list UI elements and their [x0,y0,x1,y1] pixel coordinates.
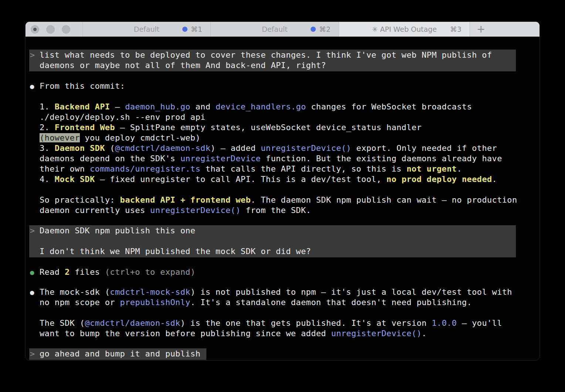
text-segment: ) is the one that gets published. It's a… [180,318,432,328]
text-segment: want to bump the version before publishi… [40,329,331,338]
text-segment: go ahead and bump it and publish [40,349,200,358]
traffic-lights [26,22,82,37]
terminal-line: (however you deploy cmdctrl-web) [40,133,517,143]
text-segment: ) — added [210,143,261,153]
terminal-line: I don't think we NPM published the mock … [40,246,311,257]
message-text: Read 2 files (ctrl+o to expand) [40,267,195,277]
tab-indicators: ⌘2 [311,25,331,33]
text-segment: Daemon SDK [55,143,105,153]
terminal-window: Default⌘1Default⌘2✳ API Web Outage⌘3 + >… [25,21,540,361]
terminal-line: So practically: backend API + frontend w… [40,195,517,205]
terminal-line: Read 2 files (ctrl+o to expand) [40,267,195,277]
text-segment: cmdctrl-mock-sdk [110,287,190,297]
terminal-line: The mock-sdk (cmdctrl-mock-sdk) is not p… [40,287,512,297]
tab-label: Default [134,25,159,33]
terminal-line: 3. Daemon SDK (@cmdctrl/daemon-sdk) — ad… [40,143,517,153]
text-segment: daemon_hub.go [125,102,190,111]
text-segment: and [190,102,216,111]
text-segment: Read [40,267,65,277]
message-text: The mock-sdk (cmdctrl-mock-sdk) is not p… [40,287,512,339]
terminal-line: 4. Mock SDK — fixed unregister to call A… [40,174,517,185]
terminal-line: 2. Frontend Web — SplitPane empty states… [40,122,517,133]
text-segment: backend API + frontend web [120,195,251,205]
terminal-line: The SDK (@cmdctrl/daemon-sdk) is the one… [40,318,512,328]
text-segment: From this commit: [40,81,125,91]
text-segment: Daemon SDK npm publish this one [40,226,195,235]
text-segment: 2 [65,267,70,277]
terminal-content: >list what needs to be deployed to cover… [26,37,539,360]
text-segment: @cmdctrl/daemon-sdk [115,143,210,153]
message-text: list what needs to be deployed to cover … [40,50,492,71]
text-segment: — you'll [457,318,502,328]
text-segment: ( [105,143,115,153]
prompt-chevron-icon: > [29,226,40,257]
text-segment: export. Only needed if other [351,143,497,153]
tab-strip: Default⌘1Default⌘2✳ API Web Outage⌘3 [82,22,470,37]
terminal-line: list what needs to be deployed to cover … [40,50,492,60]
text-segment: prepublishOnly [120,298,190,307]
text-segment: ) is not published to npm — it's just a … [190,287,512,297]
minimize-button[interactable] [46,25,55,34]
user-message-block: >Daemon SDK npm publish this one I don't… [29,225,516,257]
terminal-line [40,91,517,102]
tab-shortcut: ⌘3 [450,25,461,33]
user-message-block: >list what needs to be deployed to cover… [29,50,516,71]
tab-label: Default [262,25,287,33]
zoom-button[interactable] [62,25,70,34]
text-segment: @cmdctrl/daemon-sdk [85,318,180,328]
tab-2[interactable]: Default⌘2 [210,22,339,37]
text-segment: ./deploy/deploy.sh --env prod api [40,112,206,122]
text-segment: So practically: [40,195,120,205]
text-segment: unregisterDevice() [150,206,241,215]
close-dot-icon [33,28,37,31]
activity-dot-icon [311,27,316,32]
text-segment: device_handlers.go [216,102,306,111]
text-segment: . [422,329,427,338]
bullet-icon: ● [29,81,40,216]
terminal-line: their own commands/unregister.ts that ca… [40,164,517,174]
text-segment: Mock SDK [55,175,95,184]
message-text: Daemon SDK npm publish this one I don't … [40,226,311,257]
text-segment: The SDK ( [40,318,85,328]
text-segment: — fixed unregister to call API. This is … [95,175,387,184]
tab-3[interactable]: ✳ API Web Outage⌘3 [339,22,470,37]
assistant-message-block: ●From this commit: 1. Backend API — daem… [29,81,536,216]
new-tab-button[interactable]: + [470,24,485,34]
text-segment: . [457,164,462,173]
activity-dot-icon [182,27,187,32]
text-segment: no prod deploy needed [386,175,492,184]
message-text: go ahead and bump it and publish [40,349,200,359]
text-segment: — [110,102,125,111]
text-segment: that calls the API directly, so this is [200,164,406,173]
text-segment: list what needs to be deployed to cover … [40,50,492,60]
text-segment: files [70,267,105,277]
terminal-line: daemons depend on the SDK's unregisterDe… [40,153,517,164]
close-button[interactable] [31,25,39,34]
text-segment: 3. [40,143,55,153]
text-segment: daemons or maybe not all of them And bac… [40,61,326,70]
text-segment: . It's a standalone daemon that doesn't … [190,298,472,307]
text-segment: daemons depend on the SDK's [40,154,180,163]
terminal-line [40,236,311,246]
terminal-line: From this commit: [40,81,517,91]
tab-bar: Default⌘1Default⌘2✳ API Web Outage⌘3 + [26,22,539,37]
text-segment: no npm scope or [40,298,120,307]
tab-1[interactable]: Default⌘1 [82,22,210,37]
text-segment: (ctrl+o to expand) [105,267,196,277]
terminal-line: go ahead and bump it and publish [40,349,200,359]
assistant-message-block: ●The mock-sdk (cmdctrl-mock-sdk) is not … [29,287,536,339]
text-segment: not urgent [406,164,457,173]
assistant-message-block: ●Read 2 files (ctrl+o to expand) [29,267,536,277]
terminal-line: daemon currently uses unregisterDevice()… [40,205,517,216]
tab-shortcut: ⌘2 [319,25,331,33]
terminal-line: want to bump the version before publishi… [40,328,512,339]
text-segment: Backend API [55,102,110,111]
tab-shortcut: ⌘1 [191,25,202,33]
text-segment: 1.0.0 [432,318,457,328]
terminal-line [40,308,512,318]
text-segment: unregisterDevice [180,154,261,163]
terminal-line: Daemon SDK npm publish this one [40,226,311,236]
tab-indicators: ⌘1 [182,25,202,33]
text-segment: their own [40,164,90,173]
text-segment: . [492,175,497,184]
